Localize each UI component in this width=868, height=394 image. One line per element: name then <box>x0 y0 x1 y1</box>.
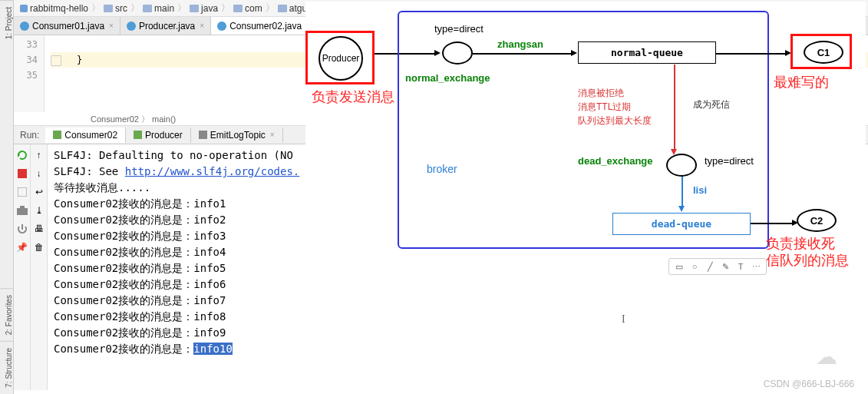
circle-tool-icon[interactable]: ○ <box>689 261 700 272</box>
tab-consumer02[interactable]: Consumer02.java× <box>211 17 318 35</box>
svg-rect-3 <box>18 169 27 178</box>
slf4j-link[interactable]: http://www.slf4j.org/codes. <box>125 165 300 177</box>
svg-rect-2 <box>199 131 207 139</box>
breadcrumb-com[interactable]: com <box>233 3 262 14</box>
text-tool-icon[interactable]: T <box>735 261 746 272</box>
console-actions: ↑ ↓ ↩ ⤓ 🖶 🗑 <box>31 144 48 390</box>
dead-queue-node: dead-queue <box>612 213 751 235</box>
watermark: CSDN @666-LBJ-666 <box>764 379 854 389</box>
svg-rect-4 <box>18 187 27 197</box>
breadcrumb-java[interactable]: java <box>190 3 218 14</box>
project-tool-tab[interactable]: 1: Project <box>0 0 13 45</box>
dead-exchange-label: dead_exchange <box>578 155 653 167</box>
fold-icon[interactable] <box>51 55 61 66</box>
breadcrumb-src[interactable]: src <box>104 3 127 14</box>
rect-tool-icon[interactable]: ▭ <box>674 261 685 272</box>
selected-text: info10 <box>193 343 233 355</box>
console-line: Consumer02接收的消息是：info8 <box>54 309 862 325</box>
c1-caption: 最难写的 <box>774 74 829 91</box>
run-config-icon <box>134 131 142 139</box>
drawing-toolbar: ▭ ○ ╱ ✎ T ⋯ <box>668 258 767 275</box>
run-tab-producer[interactable]: Producer <box>126 127 191 143</box>
exit-button[interactable] <box>16 223 28 235</box>
producer-circle: Producer <box>318 36 363 81</box>
dead-exchange-node <box>666 154 697 177</box>
folder-icon <box>104 5 113 12</box>
folder-icon <box>278 5 287 12</box>
normal-exchange-label: normal_exchange <box>405 72 490 84</box>
become-dead-label: 成为死信 <box>693 98 730 111</box>
structure-tool-tab[interactable]: 7: Structure <box>0 341 13 394</box>
close-icon[interactable]: × <box>270 131 275 139</box>
console-line: Consumer02接收的消息是：info6 <box>54 276 862 293</box>
svg-rect-6 <box>20 206 25 209</box>
text-cursor-icon: I <box>622 313 625 326</box>
tab-producer[interactable]: Producer.java× <box>120 17 211 35</box>
up-button[interactable]: ↑ <box>33 149 45 161</box>
close-icon[interactable]: × <box>200 22 204 30</box>
rerun-button[interactable] <box>16 149 28 161</box>
more-tool-icon[interactable]: ⋯ <box>751 261 761 272</box>
run-config-icon <box>199 131 207 139</box>
producer-node: Producer <box>305 31 375 84</box>
module-icon <box>20 5 28 12</box>
scroll-button[interactable]: ⤓ <box>33 204 45 217</box>
c2-caption: 负责接收死 信队列的消息 <box>766 235 849 269</box>
java-class-icon <box>20 22 29 31</box>
svg-rect-5 <box>17 208 28 215</box>
left-tool-strip: 1: Project 2: Favorites 7: Structure <box>0 0 14 394</box>
favorites-tool-tab[interactable]: 2: Favorites <box>0 288 13 341</box>
run-label: Run: <box>14 130 45 141</box>
tab-consumer01[interactable]: Consumer01.java× <box>14 17 120 35</box>
svg-rect-1 <box>134 131 142 139</box>
layout-button[interactable] <box>16 186 28 198</box>
broker-label: broker <box>427 163 457 175</box>
print-button[interactable]: 🖶 <box>33 223 45 235</box>
folder-icon <box>143 5 152 12</box>
dead-reasons: 消息被拒绝 消息TTL过期 队列达到最大长度 <box>578 86 652 127</box>
clear-button[interactable]: 🗑 <box>33 241 45 253</box>
camera-icon[interactable] <box>16 204 28 217</box>
breadcrumb-project[interactable]: rabbitmq-hello <box>20 3 88 14</box>
c2-circle: C2 <box>797 209 837 232</box>
normal-exchange-node <box>442 41 473 65</box>
c1-circle: C1 <box>804 41 843 64</box>
line-gutter: 33 34 35 <box>14 35 45 112</box>
pin-button[interactable]: 📌 <box>16 241 28 253</box>
routing-key-lisi: lisi <box>693 184 707 196</box>
run-tab-emitlogtopic[interactable]: EmitLogTopic× <box>191 127 283 143</box>
close-icon[interactable]: × <box>109 22 114 30</box>
console-line: Consumer02接收的消息是：info7 <box>54 293 862 309</box>
line-tool-icon[interactable]: ╱ <box>705 261 715 272</box>
pen-tool-icon[interactable]: ✎ <box>720 261 731 272</box>
normal-queue-node: normal-queue <box>578 41 716 64</box>
down-button[interactable]: ↓ <box>33 167 45 180</box>
run-actions: 📌 <box>14 144 31 390</box>
c1-node: C1 <box>790 34 852 69</box>
cloud-icon: ☁ <box>816 344 837 369</box>
run-tab-consumer02[interactable]: Consumer02 <box>45 127 126 143</box>
type-direct2-label: type=direct <box>705 155 754 167</box>
type-direct-label: type=direct <box>434 23 484 35</box>
svg-rect-0 <box>53 131 61 139</box>
java-class-icon <box>217 22 226 31</box>
wrap-button[interactable]: ↩ <box>33 186 45 198</box>
stop-button[interactable] <box>16 167 28 180</box>
folder-icon <box>190 5 199 12</box>
java-class-icon <box>127 22 136 31</box>
console-line: Consumer02接收的消息是：info9 <box>54 325 862 341</box>
architecture-diagram: Producer 负责发送消息 broker type=direct norma… <box>305 2 866 270</box>
routing-key-zhangsan: zhangsan <box>497 38 543 50</box>
console-line: Consumer02接收的消息是：info10 <box>54 341 862 357</box>
folder-icon <box>233 5 243 12</box>
run-config-icon <box>53 131 61 139</box>
breadcrumb-main[interactable]: main <box>143 3 174 14</box>
producer-caption: 负责发送消息 <box>312 88 394 106</box>
